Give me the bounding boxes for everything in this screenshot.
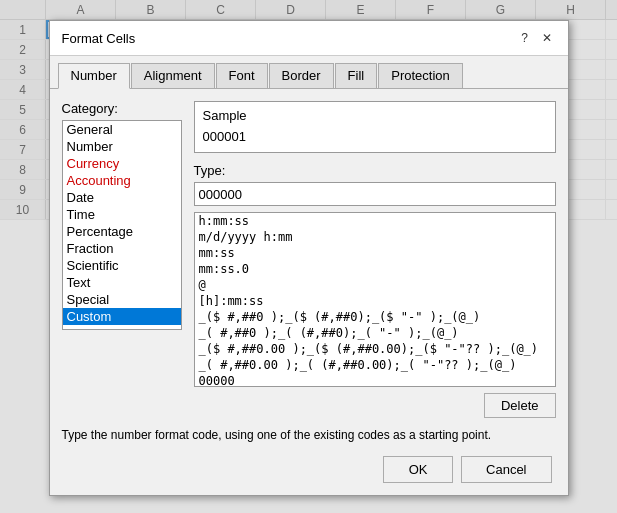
delete-btn-row: Delete [194,393,556,418]
category-item-number[interactable]: Number [63,138,181,155]
category-label: Category: [62,101,182,116]
bottom-buttons: OK Cancel [62,456,556,483]
title-bar: Format Cells ? ✕ [50,21,568,56]
category-item-time[interactable]: Time [63,206,181,223]
category-list[interactable]: General Number Currency Accounting Date … [62,120,182,330]
category-section: Category: General Number Currency Accoun… [62,101,182,418]
type-input[interactable] [194,182,556,206]
tab-protection[interactable]: Protection [378,63,463,89]
sample-value: 000001 [203,127,547,146]
format-item[interactable]: _( #,##0 );_( (#,##0);_( "-" );_(@_) [195,325,555,341]
title-bar-controls: ? ✕ [516,29,556,47]
delete-button[interactable]: Delete [484,393,556,418]
tab-number[interactable]: Number [58,63,130,89]
tab-bar: Number Alignment Font Border Fill Protec… [50,56,568,89]
format-item[interactable]: [h]:mm:ss [195,293,555,309]
category-item-general[interactable]: General [63,121,181,138]
category-item-fraction[interactable]: Fraction [63,240,181,257]
help-button[interactable]: ? [516,29,534,47]
format-item[interactable]: mm:ss.0 [195,261,555,277]
format-item[interactable]: _($ #,##0.00 );_($ (#,##0.00);_($ "-"?? … [195,341,555,357]
sample-label: Sample [203,108,547,123]
tab-font[interactable]: Font [216,63,268,89]
format-item[interactable]: _( #,##0.00 );_( (#,##0.00);_( "-"?? );_… [195,357,555,373]
main-area: Category: General Number Currency Accoun… [62,101,556,418]
format-list[interactable]: h:mm:ss m/d/yyyy h:mm mm:ss mm:ss.0 @ [h… [194,212,556,387]
dialog-body: Category: General Number Currency Accoun… [50,89,568,495]
category-item-percentage[interactable]: Percentage [63,223,181,240]
format-cells-dialog: Format Cells ? ✕ Number Alignment Font B… [49,20,569,496]
format-item[interactable]: _($ #,##0 );_($ (#,##0);_($ "-" );_(@_) [195,309,555,325]
category-item-currency[interactable]: Currency [63,155,181,172]
help-text: Type the number format code, using one o… [62,428,556,442]
close-button[interactable]: ✕ [538,29,556,47]
dialog-title: Format Cells [62,31,136,46]
sample-box: Sample 000001 [194,101,556,153]
category-item-date[interactable]: Date [63,189,181,206]
cancel-button[interactable]: Cancel [461,456,551,483]
tab-alignment[interactable]: Alignment [131,63,215,89]
format-item[interactable]: h:mm:ss [195,213,555,229]
right-section: Sample 000001 Type: h:mm:ss m/d/yyyy h:m… [194,101,556,418]
format-item[interactable]: 00000 [195,373,555,387]
dialog-overlay: Format Cells ? ✕ Number Alignment Font B… [0,0,617,513]
format-item[interactable]: @ [195,277,555,293]
category-item-custom[interactable]: Custom [63,308,181,325]
category-item-scientific[interactable]: Scientific [63,257,181,274]
category-item-accounting[interactable]: Accounting [63,172,181,189]
category-item-text[interactable]: Text [63,274,181,291]
ok-button[interactable]: OK [383,456,453,483]
type-label: Type: [194,163,556,178]
format-item[interactable]: m/d/yyyy h:mm [195,229,555,245]
tab-border[interactable]: Border [269,63,334,89]
format-item[interactable]: mm:ss [195,245,555,261]
tab-fill[interactable]: Fill [335,63,378,89]
category-item-special[interactable]: Special [63,291,181,308]
